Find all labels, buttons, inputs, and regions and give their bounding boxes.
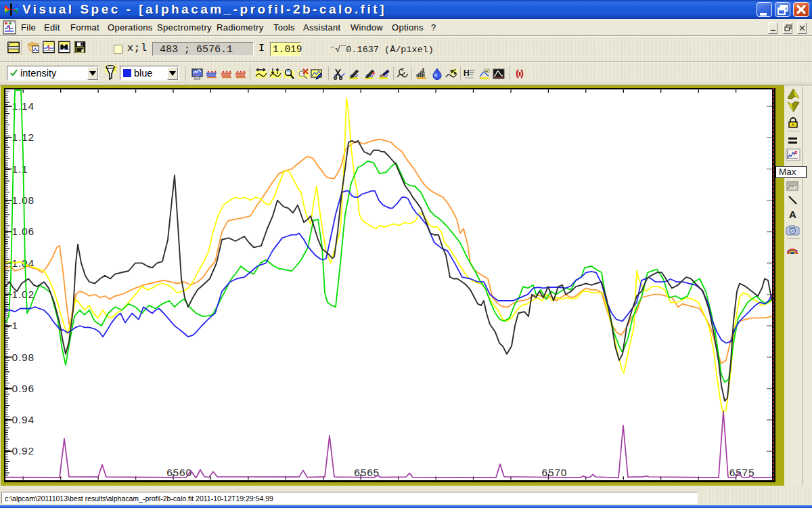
svg-text:0.96: 0.96	[12, 383, 35, 394]
svg-text:0.94: 0.94	[12, 414, 35, 425]
svg-text:6560: 6560	[166, 467, 192, 478]
svg-text:0.98: 0.98	[12, 352, 35, 363]
svg-text:1: 1	[422, 68, 425, 74]
svg-text:c: c	[794, 149, 798, 155]
svg-text:0.92: 0.92	[12, 445, 35, 457]
svg-text:1: 1	[12, 320, 18, 331]
svg-text:H: H	[464, 68, 470, 78]
svg-text:1.06: 1.06	[12, 226, 35, 237]
svg-text:1.1: 1.1	[12, 163, 28, 175]
svg-text:6570: 6570	[542, 467, 568, 478]
svg-text:1.08: 1.08	[12, 194, 35, 206]
